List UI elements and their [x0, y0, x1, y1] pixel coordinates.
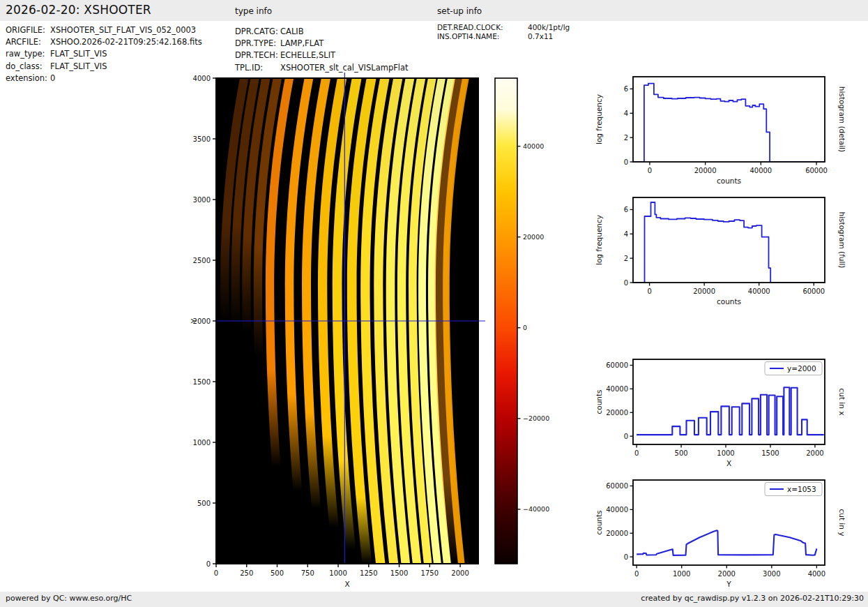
panel-side-label: cut in y: [838, 509, 846, 536]
svg-text:20000: 20000: [606, 409, 628, 417]
kv-row: DPR.CATG:CALIB: [235, 26, 409, 38]
meta-label: extension:: [6, 73, 50, 84]
x-axis-label: counts: [717, 297, 741, 306]
type-info-value: CALIB: [280, 27, 304, 36]
svg-text:0: 0: [648, 167, 652, 174]
svg-text:−20000: −20000: [523, 414, 549, 422]
svg-text:20000: 20000: [694, 167, 717, 174]
type-info-label: DPR.TYPE:: [235, 38, 280, 50]
y-axis-label: counts: [595, 389, 603, 414]
svg-text:3000: 3000: [763, 570, 780, 578]
svg-text:6: 6: [624, 206, 628, 213]
type-info-label: DPR.TECH:: [235, 50, 280, 61]
svg-text:0: 0: [624, 279, 628, 287]
setup-info-heading: set-up info: [437, 6, 482, 16]
meta-label: do_class:: [6, 61, 50, 73]
svg-text:2000: 2000: [718, 570, 736, 578]
kv-row: DPR.TYPE:LAMP,FLAT: [235, 38, 409, 50]
svg-text:750: 750: [301, 569, 314, 577]
type-info-block: DPR.CATG:CALIBDPR.TYPE:LAMP,FLATDPR.TECH…: [235, 26, 409, 74]
file-info-block: ORIGFILE:XSHOOTER_SLT_FLAT_VIS_052_0003A…: [6, 24, 202, 84]
y-axis-label: counts: [595, 510, 603, 534]
svg-text:0: 0: [634, 449, 639, 457]
svg-text:60000: 60000: [802, 287, 825, 295]
svg-text:2000: 2000: [806, 449, 823, 457]
kv-row: ORIGFILE:XSHOOTER_SLT_FLAT_VIS_052_0003: [6, 24, 202, 36]
svg-text:1000: 1000: [717, 449, 734, 457]
svg-text:6: 6: [624, 85, 628, 93]
meta-value: FLAT_SLIT_VIS: [50, 61, 107, 71]
svg-text:0: 0: [647, 287, 651, 295]
type-info-value: ECHELLE,SLIT: [280, 50, 335, 60]
legend: x=1053: [765, 483, 822, 496]
svg-text:2500: 2500: [193, 257, 211, 264]
svg-text:40000: 40000: [606, 385, 628, 393]
svg-text:40000: 40000: [749, 167, 772, 174]
svg-text:y=2000: y=2000: [787, 364, 816, 373]
x-axis-label: X: [726, 459, 731, 467]
svg-text:0: 0: [624, 158, 628, 166]
data-series-line: [633, 202, 825, 283]
x-axis-label: counts: [717, 177, 741, 185]
svg-text:1250: 1250: [360, 569, 377, 577]
svg-text:0: 0: [624, 553, 628, 561]
kv-row: DET.READ.CLOCK:400k/1pt/lg: [437, 23, 570, 32]
panel-side-label: cut in x: [838, 388, 846, 415]
svg-text:2: 2: [624, 134, 628, 142]
svg-text:0: 0: [523, 324, 527, 331]
svg-text:500: 500: [271, 569, 284, 577]
svg-text:20000: 20000: [523, 233, 544, 241]
svg-text:1500: 1500: [390, 569, 408, 577]
kv-row: DPR.TECH:ECHELLE,SLIT: [235, 50, 409, 61]
svg-text:4: 4: [624, 230, 628, 238]
x-axis-label: Y: [726, 580, 731, 588]
svg-text:0: 0: [624, 433, 628, 440]
svg-text:20000: 20000: [693, 287, 715, 295]
panel-side-label: histogram (detail): [838, 87, 846, 152]
svg-text:0: 0: [214, 569, 218, 577]
type-info-heading: type info: [235, 6, 272, 16]
data-series-line: [637, 530, 816, 555]
kv-row: INS.OPTI4.NAME:0.7x11: [437, 32, 570, 41]
qc-rawdisp-report: { "page": { "title": "2026-02-20: XSHOOT…: [0, 0, 868, 607]
x-axis-label: X: [344, 580, 349, 588]
setup-info-value: 400k/1pt/lg: [528, 23, 570, 31]
svg-text:−40000: −40000: [523, 505, 549, 513]
histogram-detail-plot: 02000040000600000246countslog frequencyh…: [590, 67, 868, 193]
svg-text:1750: 1750: [421, 569, 439, 577]
data-series-line: [637, 387, 824, 435]
svg-text:0: 0: [206, 560, 211, 568]
svg-text:1000: 1000: [193, 439, 211, 447]
type-info-label: DPR.CATG:: [235, 26, 280, 38]
meta-label: ORIGFILE:: [6, 24, 50, 36]
cut-in-x-plot: 05001000150020000200004000060000Xcountsc…: [590, 350, 868, 475]
setup-info-label: INS.OPTI4.NAME:: [437, 32, 528, 41]
setup-info-label: DET.READ.CLOCK:: [437, 23, 528, 32]
svg-text:4000: 4000: [193, 75, 211, 82]
svg-text:3000: 3000: [193, 196, 211, 204]
svg-text:40000: 40000: [606, 506, 628, 514]
meta-value: FLAT_SLIT_VIS: [50, 49, 107, 59]
kv-row: do_class:FLAT_SLIT_VIS: [6, 61, 202, 73]
cut-in-y-plot: 010002000300040000200004000060000Ycounts…: [590, 470, 868, 596]
colorbar: 40000200000−20000−40000: [488, 68, 565, 600]
kv-row: raw_type:FLAT_SLIT_VIS: [6, 48, 202, 60]
legend: y=2000: [765, 362, 822, 375]
y-axis-label: log frequency: [595, 94, 603, 144]
raw-image-plot: 0250500750100012501500175020000500100015…: [181, 68, 485, 604]
colorbar-gradient: [495, 78, 517, 564]
meta-value: 0: [50, 73, 55, 83]
type-info-value: LAMP,FLAT: [280, 38, 323, 48]
svg-text:x=1053: x=1053: [787, 485, 816, 493]
y-axis-label: Y: [190, 318, 198, 324]
svg-text:40000: 40000: [523, 142, 544, 150]
panel-side-label: histogram (full): [838, 212, 846, 269]
svg-text:1000: 1000: [329, 569, 347, 577]
kv-row: ARCFILE:XSHOO.2026-02-21T09:25:42.168.fi…: [6, 36, 202, 48]
svg-text:2000: 2000: [451, 569, 469, 577]
svg-text:20000: 20000: [606, 530, 628, 537]
svg-text:2: 2: [624, 255, 628, 262]
svg-text:250: 250: [240, 569, 253, 577]
footer-powered-by: powered by QC: www.eso.org/HC: [6, 594, 132, 603]
meta-label: ARCFILE:: [6, 36, 50, 48]
